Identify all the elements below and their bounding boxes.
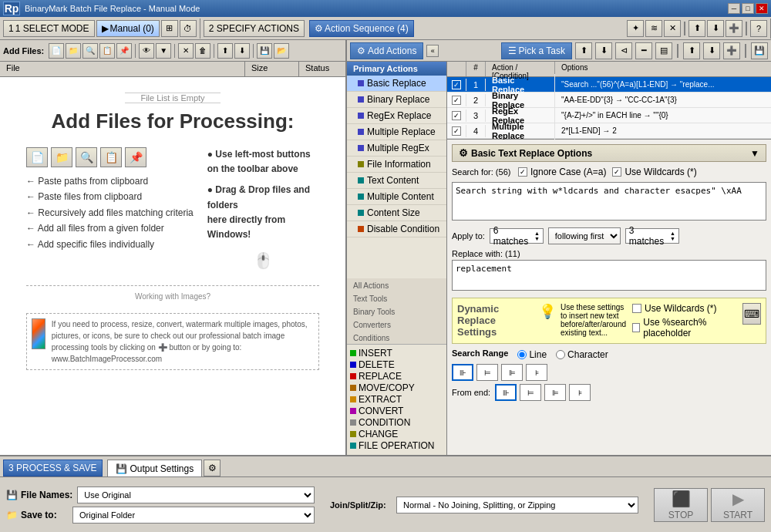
from-end-icon-1[interactable]: ⊪ xyxy=(495,384,517,401)
search-textarea[interactable]: Search string with w*ldcards and charact… xyxy=(452,182,766,221)
clear-btn[interactable]: 🗑 xyxy=(195,43,210,59)
nav-up-btn[interactable]: ✦ xyxy=(627,20,644,37)
add-folder-btn[interactable]: 📁 xyxy=(66,43,81,59)
add-clipboard-btn[interactable]: 📋 xyxy=(99,43,115,59)
action-binary-replace[interactable]: Binary Replace xyxy=(347,92,446,108)
task-nav2-btn[interactable]: ━ xyxy=(635,42,652,59)
sort-btn[interactable]: ≋ xyxy=(645,20,662,37)
dynamic-wildcards-checkbox[interactable] xyxy=(632,304,641,313)
replace-textarea[interactable]: replacement xyxy=(452,260,766,291)
from-end-icon-3[interactable]: ⊫ xyxy=(544,384,566,401)
action-disable-condition[interactable]: Disable Condition xyxy=(347,221,446,237)
delete-btn[interactable]: ✕ xyxy=(664,20,681,37)
range-icon-4[interactable]: ⊧ xyxy=(526,364,547,381)
move-up-btn[interactable]: ⬆ xyxy=(217,43,233,59)
view-btn[interactable]: 👁 xyxy=(139,43,154,59)
action-basic-replace[interactable]: Basic Replace xyxy=(347,76,446,92)
group-conditions[interactable]: Conditions xyxy=(347,331,446,344)
pick-task-btn[interactable]: ☰ Pick a Task xyxy=(501,42,572,59)
task-up-btn[interactable]: ⬆ xyxy=(575,42,592,59)
spin-down[interactable]: ▼ xyxy=(534,236,540,241)
row1-checkbox[interactable]: ✓ xyxy=(452,80,461,89)
use-wildcards-checkbox[interactable]: ✓ xyxy=(612,167,621,177)
matches-spin-up[interactable]: ▲ xyxy=(670,231,675,236)
add-individual-btn[interactable]: 📄 xyxy=(26,147,48,167)
add-paste-btn[interactable]: 📌 xyxy=(116,43,132,59)
range-icon-1[interactable]: ⊪ xyxy=(452,364,473,381)
task-nav1-btn[interactable]: ⊲ xyxy=(615,42,632,59)
options-dropdown-btn[interactable]: ▼ xyxy=(750,148,759,159)
add-file-btn[interactable]: 📄 xyxy=(49,43,64,59)
sequence-header-btn[interactable]: ⚙ Action Sequence (4) xyxy=(309,20,414,37)
settings-gear-btn[interactable]: ⚙ xyxy=(204,460,221,476)
add-recursive-btn[interactable]: 🔍 xyxy=(82,43,98,59)
character-radio[interactable]: Character xyxy=(556,349,608,360)
import-btn[interactable]: 📂 xyxy=(274,43,289,59)
clock-btn[interactable]: ⏱ xyxy=(180,20,197,37)
action-content-size[interactable]: Content Size xyxy=(347,205,446,221)
dynamic-placeholder-checkbox[interactable] xyxy=(632,323,640,332)
arrow-down-btn[interactable]: ⬇ xyxy=(707,20,724,37)
row2-checkbox[interactable]: ✓ xyxy=(452,96,461,105)
add-clipboard-large-btn[interactable]: 📋 xyxy=(100,147,122,167)
add-action-btn[interactable]: ➕ xyxy=(726,20,742,37)
action-multiple-replace[interactable]: Multiple Replace xyxy=(347,124,446,140)
task-arrow-up-btn[interactable]: ⬆ xyxy=(683,42,700,59)
maximize-button[interactable]: □ xyxy=(742,3,754,14)
table-row[interactable]: ✓ 4 Multiple Replace 2*[L1-END] → 2 xyxy=(447,123,771,139)
ignore-case-checkbox[interactable]: ✓ xyxy=(518,167,527,177)
task-plus-btn[interactable]: ➕ xyxy=(723,42,740,59)
row3-checkbox[interactable]: ✓ xyxy=(452,111,461,120)
export-btn[interactable]: 💾 xyxy=(257,43,272,59)
arrow-up-btn[interactable]: ⬆ xyxy=(689,20,705,37)
task-down-btn[interactable]: ⬇ xyxy=(595,42,612,59)
from-end-icon-4[interactable]: ⊧ xyxy=(569,384,591,401)
add-paste-large-btn[interactable]: 📌 xyxy=(125,147,146,167)
grid-view-btn[interactable]: ⊞ xyxy=(161,20,178,37)
add-actions-btn[interactable]: ⚙ Add Actions xyxy=(350,42,423,59)
range-icon-3[interactable]: ⊫ xyxy=(501,364,523,381)
close-button[interactable]: ✕ xyxy=(756,3,768,14)
action-multiple-content[interactable]: Multiple Content xyxy=(347,189,446,205)
task-save-btn[interactable]: 💾 xyxy=(751,42,768,59)
group-all-actions[interactable]: All Actions xyxy=(347,278,446,291)
select-mode-btn[interactable]: 1 1 SELECT MODE xyxy=(3,20,95,37)
range-icon-2[interactable]: ⊨ xyxy=(476,364,498,381)
task-arrow-down-btn[interactable]: ⬇ xyxy=(703,42,720,59)
task-nav3-btn[interactable]: ▤ xyxy=(655,42,672,59)
action-text-content[interactable]: Text Content xyxy=(347,173,446,189)
character-radio-input[interactable] xyxy=(556,350,565,359)
group-binary-tools[interactable]: Binary Tools xyxy=(347,305,446,318)
action-regex-replace[interactable]: RegEx Replace xyxy=(347,108,446,124)
line-radio[interactable]: Line xyxy=(517,349,547,360)
minimize-button[interactable]: ─ xyxy=(728,3,740,14)
question-btn[interactable]: ? xyxy=(750,20,767,37)
action-multiple-regex[interactable]: Multiple RegEx xyxy=(347,140,446,157)
matches-spin-down[interactable]: ▼ xyxy=(670,236,675,241)
from-end-icon-2[interactable]: ⊨ xyxy=(520,384,541,401)
action-file-information[interactable]: File Information xyxy=(347,157,446,173)
line-radio-input[interactable] xyxy=(517,350,527,359)
stop-button[interactable]: ⬛ STOP xyxy=(654,488,708,522)
start-button[interactable]: ▶ START xyxy=(711,488,765,522)
process-save-btn[interactable]: 3 PROCESS & SAVE xyxy=(3,460,103,476)
move-down-btn[interactable]: ⬇ xyxy=(234,43,250,59)
apply-spinner[interactable]: 6 matches ▲ ▼ xyxy=(490,228,544,244)
collapse-btn[interactable]: « xyxy=(426,45,439,57)
add-recursive-large-btn[interactable]: 🔍 xyxy=(76,147,97,167)
group-text-tools[interactable]: Text Tools xyxy=(347,291,446,305)
remove-btn[interactable]: ✕ xyxy=(178,43,194,59)
save-to-select[interactable]: Original Folder xyxy=(72,507,315,524)
file-names-select[interactable]: Use Original xyxy=(77,487,315,503)
group-converters[interactable]: Converters xyxy=(347,318,446,331)
row4-checkbox[interactable]: ✓ xyxy=(452,126,461,136)
filter-btn[interactable]: ▼ xyxy=(156,43,171,59)
manual-mode-btn[interactable]: ▶ Manual (0) xyxy=(96,20,160,37)
join-split-select[interactable]: Normal - No Joining, Splitting, or Zippi… xyxy=(396,497,638,513)
spin-up[interactable]: ▲ xyxy=(534,231,540,236)
specify-actions-btn[interactable]: 2 SPECIFY ACTIONS xyxy=(204,20,305,37)
following-first-select[interactable]: following first in all from the end xyxy=(548,227,621,244)
keyboard-btn[interactable]: ⌨ xyxy=(742,303,761,325)
add-folder-large-btn[interactable]: 📁 xyxy=(51,147,72,167)
output-settings-tab[interactable]: 💾 Output Settings xyxy=(107,460,203,476)
